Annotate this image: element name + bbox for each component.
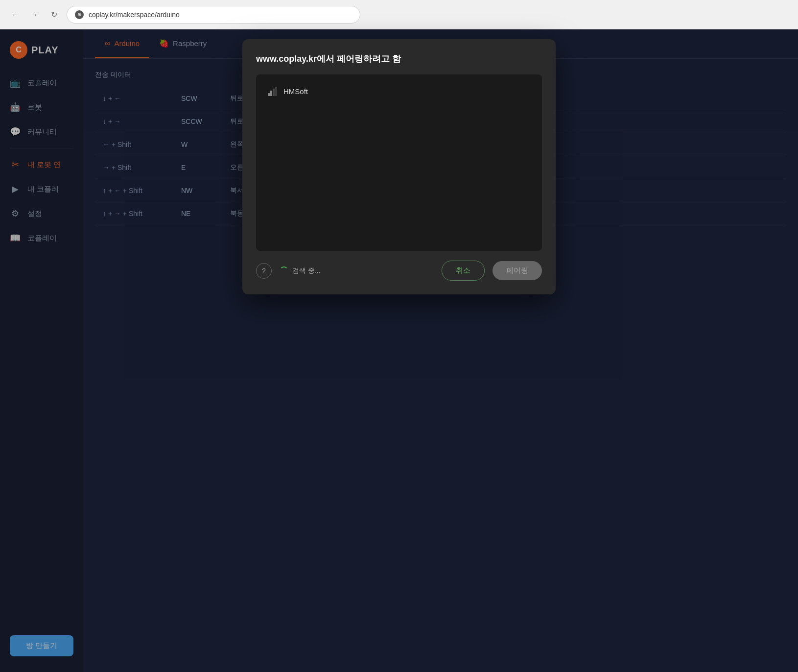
device-item-hmsoft[interactable]: HMSoft [262, 80, 536, 102]
svg-marker-1 [270, 91, 272, 96]
modal-overlay: www.coplay.kr에서 페어링하려고 함 HMSoft ? [0, 29, 798, 672]
modal-title: www.coplay.kr에서 페어링하려고 함 [256, 53, 542, 65]
address-bar[interactable]: ⊕ coplay.kr/makerspace/arduino [67, 6, 360, 24]
searching-indicator: 검색 중... [280, 266, 434, 275]
browser-chrome: ← → ↻ ⊕ coplay.kr/makerspace/arduino [0, 0, 798, 29]
modal-footer: ? 검색 중... 취소 페어링 [256, 261, 542, 281]
forward-button[interactable]: → [27, 8, 41, 22]
reload-button[interactable]: ↻ [47, 8, 61, 22]
pair-button[interactable]: 페어링 [493, 261, 542, 280]
back-button[interactable]: ← [8, 8, 22, 22]
site-icon: ⊕ [75, 10, 84, 19]
url-text: coplay.kr/makerspace/arduino [89, 11, 180, 19]
help-icon: ? [262, 267, 266, 275]
searching-text: 검색 중... [292, 266, 321, 275]
help-button[interactable]: ? [256, 263, 272, 279]
svg-marker-2 [273, 89, 275, 96]
svg-marker-3 [275, 87, 277, 96]
device-list: HMSoft [256, 74, 542, 251]
pairing-modal: www.coplay.kr에서 페어링하려고 함 HMSoft ? [242, 39, 556, 294]
signal-icon [268, 86, 278, 96]
spinner-icon [280, 266, 288, 275]
device-name-hmsoft: HMSoft [283, 87, 308, 96]
cancel-button[interactable]: 취소 [442, 261, 485, 281]
svg-marker-0 [268, 93, 270, 96]
